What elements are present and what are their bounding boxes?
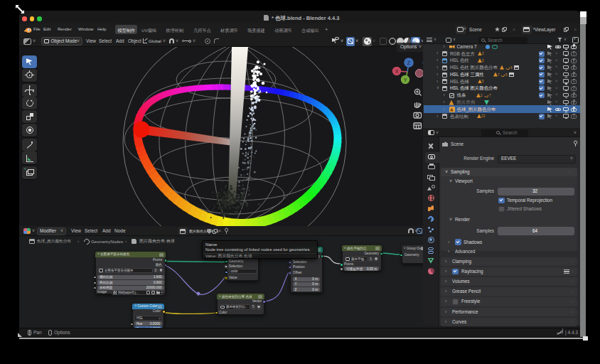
svg-text:Z: Z [407,60,411,65]
svg-text:Y: Y [404,77,407,82]
svg-text:X: X [395,69,399,74]
